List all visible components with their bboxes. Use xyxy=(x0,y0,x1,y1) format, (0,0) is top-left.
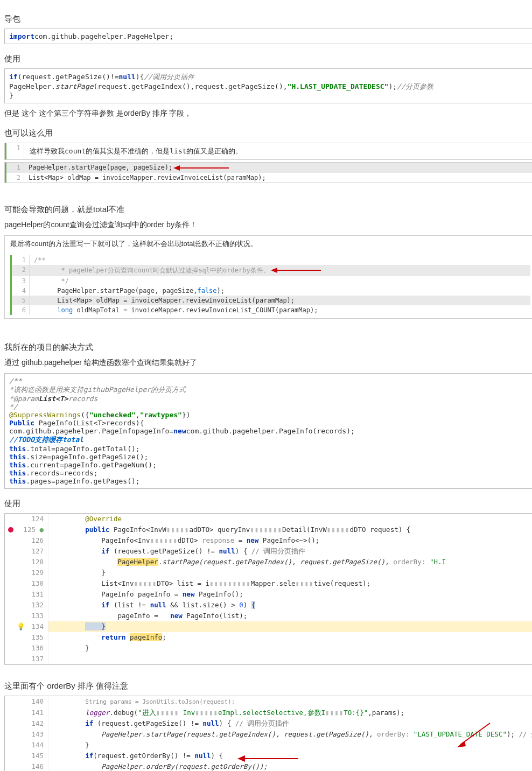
heading-solution: 我所在的项目的解决方式 xyxy=(4,342,532,353)
k: this xyxy=(9,469,26,477)
hl: PageHelper xyxy=(117,558,158,566)
code-constructor: /** *该构造函数是用来支持githubPageHelper的分页方式 *@p… xyxy=(4,373,532,489)
c: *@param xyxy=(9,395,39,403)
t: PageInfo(list); xyxy=(183,612,247,620)
k: this xyxy=(9,477,26,485)
t: dDTO request) { xyxy=(349,525,410,534)
arrow-icon xyxy=(455,720,493,747)
obf: ▮▮▮▮▮ xyxy=(134,579,157,587)
t: (request.getPageSize() != xyxy=(109,547,219,555)
k: if xyxy=(85,752,93,760)
obf: ▮▮▮▮▮ xyxy=(327,525,350,534)
ide-block-2: 140 String params = JsonUtils.toJson(req… xyxy=(4,696,532,772)
c: // 分页参数 xyxy=(519,730,532,738)
f: logger xyxy=(85,709,109,717)
t: , xyxy=(136,411,140,419)
k: this xyxy=(9,461,26,469)
lightbulb-icon[interactable]: 💡 xyxy=(17,621,25,632)
arrow-icon xyxy=(236,754,301,763)
t: .debug( xyxy=(109,709,138,717)
t: .total=pageInfo.getTotal(); xyxy=(26,445,139,453)
t: PageInfo<Inv xyxy=(85,536,150,544)
obf: ▮▮▮▮ xyxy=(296,579,314,587)
b2-l5: List<Map> oldMap = invoiceMapper.reviewI… xyxy=(30,296,530,305)
t: } xyxy=(85,741,89,749)
import-pkg: com.github.pagehelper.PageHelper; xyxy=(34,32,173,40)
t: ) { xyxy=(211,752,223,760)
k: public xyxy=(85,525,109,534)
svg-marker-7 xyxy=(457,741,466,747)
svg-marker-3 xyxy=(271,268,277,273)
para-constructor: 通过 github.pagehelper 给构造函数塞个查询结果集就好了 xyxy=(4,358,532,368)
t: Mapper.sele xyxy=(251,579,296,587)
t: .pages=pageInfo.getPages(); xyxy=(26,477,139,485)
heading-usage1: 使用 xyxy=(4,54,532,64)
s: TO:{}" xyxy=(344,709,368,717)
b2-l6: long oldMapTotal = invoiceMapper.reviewI… xyxy=(30,305,530,315)
s: "rawtypes" xyxy=(140,411,182,419)
t: && list.size() > xyxy=(166,601,239,609)
ide-block-1: 124 @Override 125 ● public PageInfo<InvW… xyxy=(4,513,532,665)
b1-l1: PageHelper.startPage(page, pageSize); xyxy=(24,163,532,173)
heading-alt-usage: 也可以这么用 xyxy=(4,128,532,138)
hint: orderBy: xyxy=(393,558,430,566)
k: new xyxy=(183,590,195,598)
k: new xyxy=(170,612,183,620)
t: PageHelper.startPage(request.getPageInde… xyxy=(85,730,377,738)
t: (list != xyxy=(109,601,150,609)
t: .current=pageInfo.getPageNum(); xyxy=(26,461,157,469)
hint: orderBy: xyxy=(377,730,414,738)
obf: ▮▮▮▮▮ xyxy=(166,525,190,534)
k: if xyxy=(85,547,109,555)
t: = xyxy=(234,536,247,544)
t: com.github.pagehelper.PageInfopageInfo= xyxy=(9,427,173,435)
obf: ▮▮▮▮▮▮▮ xyxy=(250,525,282,534)
obf: ▮▮▮▮ xyxy=(325,709,344,717)
t: PageInfo pageInfo = xyxy=(85,590,183,598)
brace: { xyxy=(251,601,256,609)
t: ; xyxy=(162,633,166,641)
s: Inv xyxy=(179,709,195,717)
anno: @SuppressWarnings xyxy=(9,411,81,419)
t: tive(request); xyxy=(314,579,370,587)
heading-usage2: 使用 xyxy=(4,499,532,509)
arrow-icon xyxy=(270,267,324,274)
b2-l3: */ xyxy=(30,276,530,286)
c: records xyxy=(68,395,98,403)
t: com.github.pagehelper.PageInfo(records); xyxy=(186,427,355,435)
k: null xyxy=(202,719,219,727)
t: ); xyxy=(507,730,519,738)
obf: ▮▮▮▮▮ xyxy=(195,709,218,717)
s: eImpl.selectSelective,参数I xyxy=(218,709,325,717)
b1-l2: List<Map> oldMap = invoiceMapper.reviewI… xyxy=(24,173,532,183)
code-block-2: 最后将count的方法重写一下就可以了，这样就不会出现total总数不正确的状况… xyxy=(4,235,532,319)
k: null xyxy=(219,547,235,555)
arrow-icon xyxy=(172,164,232,172)
t: pageInfo = xyxy=(85,612,170,620)
b2-l2: * pageHelper分页查询count时会默认过滤掉sql中的orderby… xyxy=(30,265,530,276)
b2-l4: PageHelper.startPage(page, pageSize,fals… xyxy=(30,286,530,296)
anno: @Override xyxy=(85,515,122,523)
s: "unchecked" xyxy=(89,411,136,419)
hl: pageInfo xyxy=(130,633,162,641)
s: "进入 xyxy=(138,709,156,717)
code-usage1: if(request.getPageSize()!=null){//调用分页插件… xyxy=(4,68,532,103)
k: null xyxy=(194,752,211,760)
t: PageHelper.orderBy(request.getOrderBy())… xyxy=(85,762,268,770)
b2-l1: /** xyxy=(30,255,530,265)
t: PageInfo(); xyxy=(194,590,243,598)
t xyxy=(125,633,130,641)
t: ({ xyxy=(81,411,89,419)
c: // 调用分页插件 xyxy=(235,719,290,727)
code-import: importcom.github.pagehelper.PageHelper; xyxy=(4,29,532,44)
txt: PageHelper. xyxy=(9,82,55,90)
s: "H.I xyxy=(430,558,446,566)
t: ) { xyxy=(219,719,235,727)
svg-line-6 xyxy=(460,723,490,745)
code-block-1: 1这样导致我count的值其实是不准确的，但是list的值又是正确的。 xyxy=(4,143,532,160)
t: PageInfo<InvW xyxy=(109,525,166,534)
heading-problem: 可能会导致的问题，就是total不准 xyxy=(4,205,532,215)
note1: 这样导致我count的值其实是不准确的，但是list的值又是正确的。 xyxy=(24,143,532,159)
c: List<T> xyxy=(39,395,68,403)
obf: ▮▮▮▮▮▮▮▮▮ xyxy=(209,579,251,587)
